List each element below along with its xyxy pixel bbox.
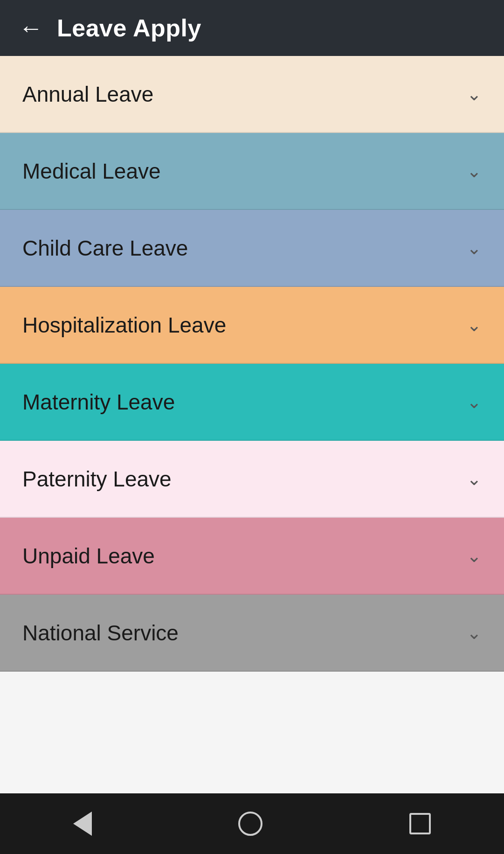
back-button[interactable]: ←	[19, 16, 43, 40]
leave-label-paternity: Paternity Leave	[22, 466, 172, 492]
leave-list: Annual Leave⌄Medical Leave⌄Child Care Le…	[0, 56, 504, 672]
leave-label-unpaid: Unpaid Leave	[22, 543, 155, 569]
page-title: Leave Apply	[57, 14, 201, 42]
chevron-icon-medical: ⌄	[467, 162, 482, 180]
app-header: ← Leave Apply	[0, 0, 504, 56]
leave-label-medical: Medical Leave	[22, 159, 161, 184]
nav-recents-button[interactable]	[400, 804, 440, 844]
leave-item-medical[interactable]: Medical Leave⌄	[0, 133, 504, 210]
leave-item-hospitalization[interactable]: Hospitalization Leave⌄	[0, 287, 504, 364]
chevron-icon-paternity: ⌄	[467, 470, 482, 488]
navigation-bar	[0, 793, 504, 854]
leave-label-hospitalization: Hospitalization Leave	[22, 312, 226, 338]
chevron-icon-national: ⌄	[467, 624, 482, 642]
nav-home-button[interactable]	[229, 802, 272, 845]
leave-label-childcare: Child Care Leave	[22, 236, 188, 261]
chevron-icon-hospitalization: ⌄	[467, 316, 482, 334]
leave-label-maternity: Maternity Leave	[22, 389, 175, 415]
leave-item-national[interactable]: National Service⌄	[0, 595, 504, 672]
leave-label-national: National Service	[22, 620, 179, 646]
chevron-icon-annual: ⌄	[467, 85, 482, 103]
chevron-icon-childcare: ⌄	[467, 239, 482, 257]
leave-item-childcare[interactable]: Child Care Leave⌄	[0, 210, 504, 287]
content-spacer	[0, 672, 504, 793]
nav-back-icon	[73, 812, 92, 836]
chevron-icon-maternity: ⌄	[467, 393, 482, 411]
leave-item-unpaid[interactable]: Unpaid Leave⌄	[0, 518, 504, 595]
leave-item-maternity[interactable]: Maternity Leave⌄	[0, 364, 504, 441]
nav-home-icon	[238, 812, 262, 836]
nav-recents-icon	[409, 813, 431, 834]
leave-label-annual: Annual Leave	[22, 82, 153, 107]
nav-back-button[interactable]	[64, 802, 101, 845]
leave-item-annual[interactable]: Annual Leave⌄	[0, 56, 504, 133]
leave-item-paternity[interactable]: Paternity Leave⌄	[0, 441, 504, 518]
chevron-icon-unpaid: ⌄	[467, 547, 482, 565]
